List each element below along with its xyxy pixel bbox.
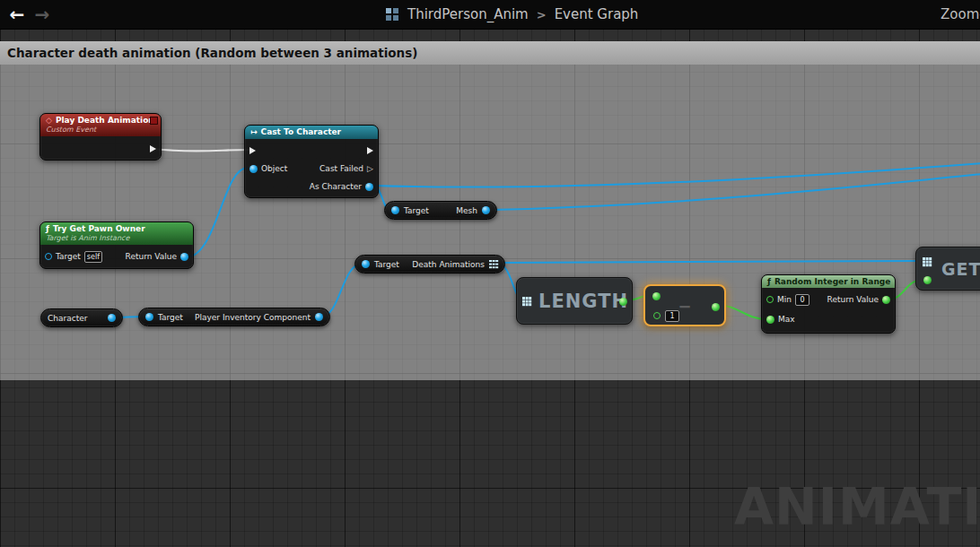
variable-label: Player Inventory Component [195, 313, 311, 322]
exec-in-pin[interactable] [249, 147, 256, 154]
cast-failed-exec-pin[interactable]: ▷ [367, 165, 373, 173]
return-value-pin[interactable] [882, 296, 890, 304]
node-title: Cast To Character [261, 127, 342, 136]
toolbar: ← → ThirdPerson_Anim > Event Graph Zoom-… [0, 0, 980, 30]
variable-label: Death Animations [412, 260, 485, 269]
exec-out-pin[interactable] [367, 147, 373, 154]
node-try-get-pawn-owner[interactable]: ƒ Try Get Pawn Owner Target is Anim Inst… [39, 221, 194, 269]
min-pin[interactable] [766, 296, 774, 303]
node-array-get[interactable]: GET [915, 247, 980, 291]
breadcrumb-graph[interactable]: Event Graph [555, 6, 639, 22]
comment-title-bar[interactable]: Character death animation (Random betwee… [0, 41, 980, 65]
pin-label: Return Value [126, 252, 177, 261]
blueprint-editor: Character death animation (Random betwee… [0, 0, 980, 547]
target-pin[interactable] [391, 206, 399, 214]
node-header: ƒ Random Integer in Range [762, 275, 895, 288]
pin-label: Target [158, 313, 183, 322]
index-in-pin[interactable] [923, 276, 932, 284]
node-array-length[interactable]: LENGTH [516, 277, 633, 325]
node-subtract[interactable]: − 1 [643, 284, 726, 326]
breadcrumb-asset[interactable]: ThirdPerson_Anim [407, 6, 529, 22]
variable-label: Mesh [456, 206, 477, 215]
result-out-pin[interactable] [712, 303, 720, 311]
array-out-pin[interactable] [489, 260, 498, 269]
pin-label: As Character [310, 182, 362, 191]
pin-label: Object [261, 164, 287, 173]
get-label: GET [941, 259, 980, 279]
as-character-pin[interactable] [365, 183, 373, 191]
function-icon: ƒ [767, 277, 771, 286]
subtract-operator: − [678, 297, 691, 316]
breadcrumb: ThirdPerson_Anim > Event Graph [386, 0, 638, 29]
blueprint-icon [386, 8, 399, 22]
node-get-character[interactable]: Character [40, 308, 123, 327]
length-out-pin[interactable] [619, 298, 627, 306]
node-subtitle: Custom Event [46, 126, 155, 134]
node-random-integer-in-range[interactable]: ƒ Random Integer in Range Min 0 Return V… [761, 274, 896, 334]
node-header: ƒ Try Get Pawn Owner Target is Anim Inst… [40, 222, 193, 245]
node-header: ↦ Cast To Character [245, 126, 378, 139]
target-pin[interactable] [362, 260, 370, 268]
b-value-box[interactable]: 1 [665, 310, 679, 322]
back-button[interactable]: ← [5, 3, 29, 26]
custom-event-icon: ◇ [46, 116, 52, 125]
node-subtitle: Target is Anim Instance [46, 234, 188, 242]
pin-label: Target [404, 206, 429, 215]
node-title: Play Death Animation [56, 116, 154, 125]
graph-watermark: ANIMATION [734, 477, 980, 536]
node-get-mesh[interactable]: Target Mesh [384, 201, 497, 220]
pin-label: Max [778, 315, 795, 324]
pin-label: Target [56, 252, 81, 261]
component-out-pin[interactable] [315, 313, 323, 321]
max-pin[interactable] [766, 316, 774, 324]
array-in-pin[interactable] [522, 297, 531, 306]
character-out-pin[interactable] [108, 314, 116, 322]
node-get-death-animations[interactable]: Target Death Animations [354, 255, 505, 274]
pin-label: Return Value [827, 295, 879, 304]
target-pin[interactable] [145, 313, 153, 321]
node-title: Random Integer in Range [774, 277, 890, 286]
zoom-indicator: Zoom-5 [941, 6, 980, 22]
node-title: Try Get Pawn Owner [53, 224, 145, 233]
target-value-box[interactable]: self [84, 251, 102, 263]
target-pin[interactable] [45, 253, 52, 260]
b-in-pin[interactable] [653, 312, 661, 319]
min-value-box[interactable]: 0 [795, 294, 809, 306]
return-value-pin[interactable] [180, 253, 188, 261]
array-in-pin[interactable] [923, 257, 932, 266]
chevron-right-icon: > [537, 8, 547, 22]
a-in-pin[interactable] [652, 292, 661, 300]
forward-button[interactable]: → [31, 3, 54, 26]
variable-label: Character [48, 314, 87, 323]
node-enabled-indicator [150, 117, 158, 125]
exec-out-pin[interactable] [150, 145, 156, 152]
node-header: ◇ Play Death Animation Custom Event [40, 114, 161, 136]
cast-icon: ↦ [250, 127, 258, 136]
length-label: LENGTH [538, 291, 628, 312]
node-play-death-animation[interactable]: ◇ Play Death Animation Custom Event [39, 113, 162, 161]
mesh-out-pin[interactable] [482, 206, 490, 214]
function-icon: ƒ [46, 224, 49, 233]
pin-label: Min [777, 295, 792, 304]
pin-label: Cast Failed [319, 164, 363, 173]
node-cast-to-character[interactable]: ↦ Cast To Character Object Cast Failed ▷ [244, 125, 379, 198]
pin-label: Target [374, 260, 399, 269]
node-get-player-inventory-component[interactable]: Target Player Inventory Component [138, 308, 330, 326]
object-pin[interactable] [249, 165, 258, 173]
